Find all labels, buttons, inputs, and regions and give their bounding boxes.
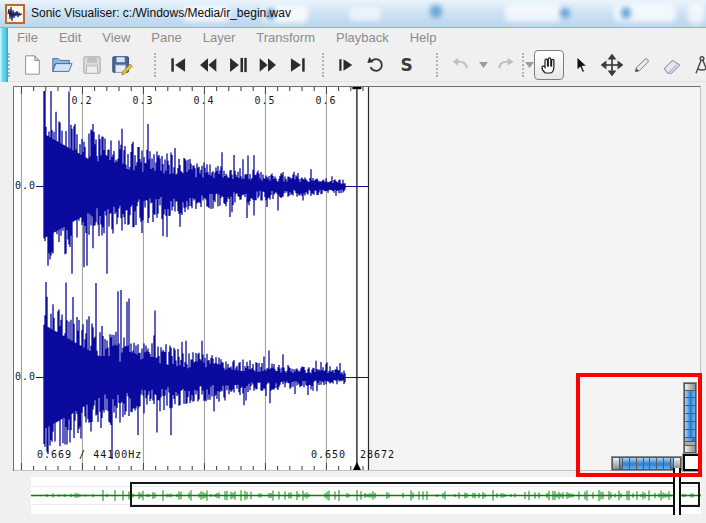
open-button[interactable] bbox=[50, 51, 74, 79]
ruler-label: 0.6 bbox=[315, 95, 336, 106]
edit-tool-button[interactable] bbox=[600, 51, 624, 79]
overview-view-rectangle[interactable] bbox=[130, 482, 700, 507]
background-window-blur bbox=[560, 8, 570, 18]
window-titlebar[interactable]: Sonic Visualiser: c:/Windows/Media/ir_be… bbox=[0, 0, 706, 28]
app-icon bbox=[5, 4, 25, 24]
save-session-button[interactable] bbox=[80, 51, 104, 79]
navigate-tool-button[interactable] bbox=[534, 50, 564, 80]
export-session-button[interactable] bbox=[110, 51, 134, 79]
toolbar-drag-handle[interactable] bbox=[522, 53, 525, 77]
window-title: Sonic Visualiser: c:/Windows/Media/ir_be… bbox=[31, 0, 291, 27]
toolbar-file-group bbox=[8, 50, 134, 80]
compass-icon bbox=[691, 54, 706, 76]
ruler-label: 0.3 bbox=[132, 95, 153, 106]
background-window-blur bbox=[349, 7, 381, 21]
select-tool-button[interactable] bbox=[570, 51, 594, 79]
channel-1-zero-label: 0.0 bbox=[15, 180, 36, 191]
arrow-cursor-icon bbox=[572, 54, 592, 76]
channel-2-zero-label: 0.0 bbox=[15, 371, 36, 382]
playback-time-status: 0.650 bbox=[298, 449, 346, 460]
toolbar-drag-handle[interactable] bbox=[8, 53, 11, 77]
main-workarea: 0.20.30.40.50.6 0.0 0.0 0.669 / 44100Hz … bbox=[0, 82, 706, 523]
play-pause-button[interactable] bbox=[226, 51, 250, 79]
background-window-blur bbox=[688, 4, 704, 24]
fast-forward-to-end-button[interactable] bbox=[286, 51, 310, 79]
toolbar-drag-handle[interactable] bbox=[436, 53, 439, 77]
annotation-highlight-rectangle bbox=[576, 373, 702, 477]
menu-item-file[interactable]: File bbox=[13, 30, 42, 45]
rewind-to-start-button[interactable] bbox=[166, 51, 190, 79]
ruler-label: 0.5 bbox=[254, 95, 275, 106]
loop-playback-button[interactable] bbox=[364, 51, 388, 79]
toolbar-playmode-group: S bbox=[322, 50, 418, 80]
measure-tool-button[interactable] bbox=[690, 51, 706, 79]
background-window-blur bbox=[430, 5, 442, 18]
ruler-label: 0.4 bbox=[193, 95, 214, 106]
pencil-icon bbox=[632, 54, 652, 76]
background-window-blur bbox=[505, 4, 561, 22]
toolbar-drag-handle[interactable] bbox=[154, 53, 157, 77]
move-cross-icon bbox=[601, 54, 623, 76]
redo-button[interactable] bbox=[494, 51, 518, 79]
toolbar: S bbox=[8, 47, 706, 82]
playback-frame-status: 28672 bbox=[360, 449, 395, 460]
rewind-button[interactable] bbox=[196, 51, 220, 79]
toolbar-transport-group bbox=[154, 50, 310, 80]
toolbar-history-group bbox=[436, 50, 534, 80]
menu-item-layer[interactable]: Layer bbox=[199, 30, 240, 45]
new-session-button[interactable] bbox=[20, 51, 44, 79]
erase-tool-button[interactable] bbox=[660, 51, 684, 79]
eraser-icon bbox=[660, 54, 684, 76]
overview-panel[interactable] bbox=[31, 477, 701, 514]
menu-item-edit[interactable]: Edit bbox=[55, 30, 85, 45]
toolbar-tools-group bbox=[522, 50, 706, 80]
menu-item-view[interactable]: View bbox=[98, 30, 134, 45]
menu-item-pane[interactable]: Pane bbox=[147, 30, 185, 45]
ruler-label: 0.2 bbox=[71, 95, 92, 106]
menu-item-playback[interactable]: Playback bbox=[332, 30, 393, 45]
hand-icon bbox=[539, 55, 559, 75]
menu-item-transform[interactable]: Transform bbox=[252, 30, 319, 45]
background-window-blur bbox=[621, 7, 631, 19]
solo-label: S bbox=[400, 55, 411, 75]
toolbar-drag-handle[interactable] bbox=[322, 53, 325, 77]
menu-bar: File Edit View Pane Layer Transform Play… bbox=[8, 28, 706, 47]
menu-item-help[interactable]: Help bbox=[406, 30, 441, 45]
duration-samplerate-status: 0.669 / 44100Hz bbox=[37, 449, 142, 460]
fast-forward-button[interactable] bbox=[256, 51, 280, 79]
solo-current-pane-button[interactable]: S bbox=[394, 51, 418, 79]
play-selection-button[interactable] bbox=[334, 51, 358, 79]
undo-dropdown-arrow[interactable] bbox=[478, 51, 488, 79]
undo-button[interactable] bbox=[448, 51, 472, 79]
draw-tool-button[interactable] bbox=[630, 51, 654, 79]
